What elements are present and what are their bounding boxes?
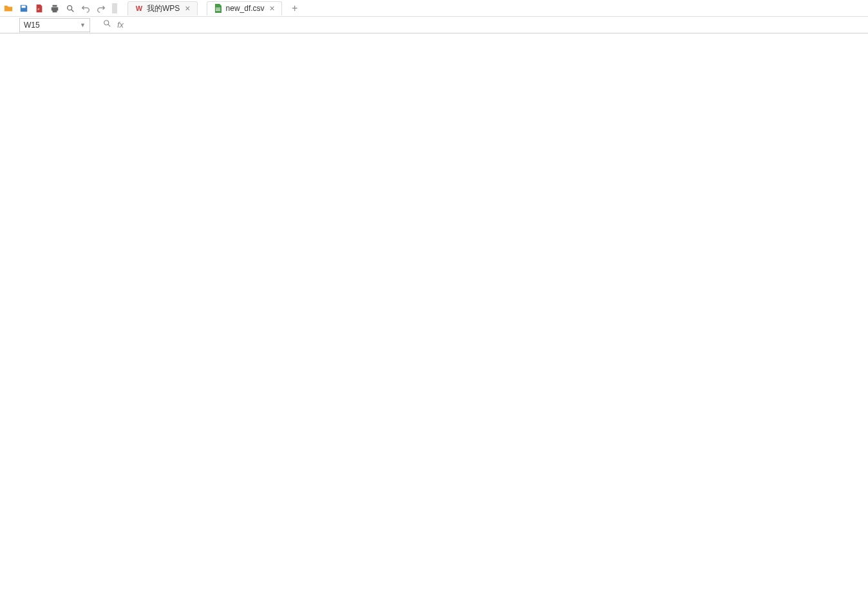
csv-icon — [214, 4, 223, 13]
save-icon[interactable] — [18, 3, 30, 14]
redo-icon[interactable] — [95, 3, 107, 14]
svg-point-5 — [104, 21, 109, 25]
tab-wps-home[interactable]: W 我的WPS × — [127, 1, 198, 15]
open-icon[interactable] — [3, 3, 14, 14]
tab-file-csv[interactable]: new_df.csv × — [207, 1, 282, 15]
name-box-value: W15 — [24, 21, 40, 30]
export-pdf-icon[interactable]: P — [33, 3, 45, 14]
close-icon[interactable]: × — [185, 4, 190, 13]
tab-label: new_df.csv — [226, 4, 265, 13]
print-preview-icon[interactable] — [64, 3, 76, 14]
tab-label: 我的WPS — [147, 3, 180, 14]
fx-label[interactable]: fx — [117, 20, 124, 30]
print-icon[interactable] — [49, 3, 61, 14]
svg-rect-3 — [216, 9, 220, 10]
wps-icon: W — [135, 4, 144, 13]
svg-point-1 — [68, 5, 72, 10]
svg-rect-4 — [216, 10, 220, 11]
chevron-down-icon[interactable]: ▼ — [80, 22, 86, 28]
svg-text:P: P — [37, 7, 39, 10]
separator — [112, 3, 117, 14]
add-tab-button[interactable]: + — [288, 2, 301, 15]
undo-icon[interactable] — [80, 3, 91, 14]
svg-rect-2 — [216, 8, 220, 8]
formula-bar: W15 ▼ fx — [0, 17, 868, 33]
close-icon[interactable]: × — [270, 4, 275, 13]
search-icon[interactable] — [103, 19, 112, 30]
name-box[interactable]: W15 ▼ — [19, 18, 90, 32]
toolbar: P W 我的WPS × new_df.csv × + — [0, 0, 868, 17]
